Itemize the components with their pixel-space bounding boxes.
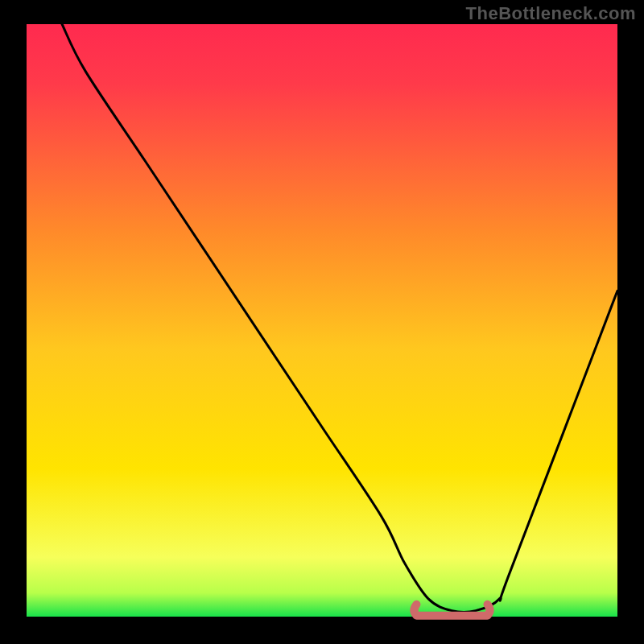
plot-background <box>27 24 617 617</box>
chart-svg <box>0 0 644 644</box>
chart-container: TheBottleneck.com <box>0 0 644 644</box>
